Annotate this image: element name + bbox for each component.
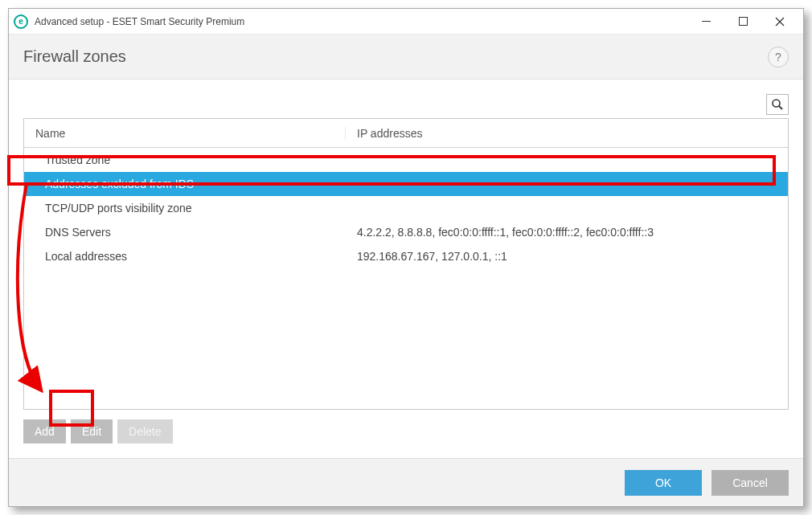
edit-button[interactable]: Edit: [71, 419, 113, 443]
column-ip[interactable]: IP addresses: [346, 127, 788, 140]
table-row[interactable]: DNS Servers4.2.2.2, 8.8.8.8, fec0:0:0:ff…: [24, 220, 788, 244]
svg-line-2: [776, 18, 784, 26]
content-area: Name IP addresses Trusted zoneAddresses …: [9, 80, 803, 458]
svg-line-5: [779, 106, 782, 109]
ok-button[interactable]: OK: [625, 470, 702, 496]
cell-name: Local addresses: [24, 250, 346, 263]
cell-name: DNS Servers: [24, 226, 346, 239]
table-row[interactable]: Trusted zone: [24, 148, 788, 172]
maximize-button[interactable]: [724, 10, 761, 34]
table-body: Trusted zoneAddresses excluded from IDST…: [24, 148, 788, 409]
table-row[interactable]: Local addresses192.168.67.167, 127.0.0.1…: [24, 244, 788, 268]
window-title: Advanced setup - ESET Smart Security Pre…: [35, 16, 687, 27]
add-button[interactable]: Add: [23, 419, 66, 443]
minimize-button[interactable]: [687, 10, 724, 34]
cell-name: Addresses excluded from IDS: [24, 178, 346, 190]
svg-point-4: [773, 100, 780, 107]
table-header: Name IP addresses: [24, 119, 788, 148]
table-row[interactable]: Addresses excluded from IDS: [24, 172, 788, 196]
close-button[interactable]: [761, 10, 798, 34]
delete-button[interactable]: Delete: [117, 419, 172, 443]
column-name[interactable]: Name: [24, 127, 346, 140]
search-row: [23, 94, 789, 115]
titlebar: e Advanced setup - ESET Smart Security P…: [9, 9, 803, 35]
window-controls: [687, 10, 798, 34]
cell-name: Trusted zone: [24, 153, 346, 166]
cell-name: TCP/UDP ports visibility zone: [24, 202, 346, 215]
subheader: Firewall zones ?: [9, 35, 803, 80]
svg-rect-1: [739, 18, 747, 26]
search-button[interactable]: [766, 94, 789, 115]
zones-table: Name IP addresses Trusted zoneAddresses …: [23, 118, 789, 410]
cancel-button[interactable]: Cancel: [712, 470, 789, 496]
table-row[interactable]: TCP/UDP ports visibility zone: [24, 196, 788, 220]
help-button[interactable]: ?: [768, 47, 789, 67]
page-title: Firewall zones: [23, 47, 126, 66]
footer: OK Cancel: [9, 458, 803, 506]
cell-ip: 4.2.2.2, 8.8.8.8, fec0:0:0:ffff::1, fec0…: [346, 226, 788, 239]
cell-ip: 192.168.67.167, 127.0.0.1, ::1: [346, 250, 788, 263]
search-icon: [771, 98, 784, 111]
svg-line-3: [776, 18, 784, 26]
window: e Advanced setup - ESET Smart Security P…: [8, 8, 804, 507]
action-row: Add Edit Delete: [23, 419, 789, 443]
eset-logo-icon: e: [14, 14, 28, 29]
